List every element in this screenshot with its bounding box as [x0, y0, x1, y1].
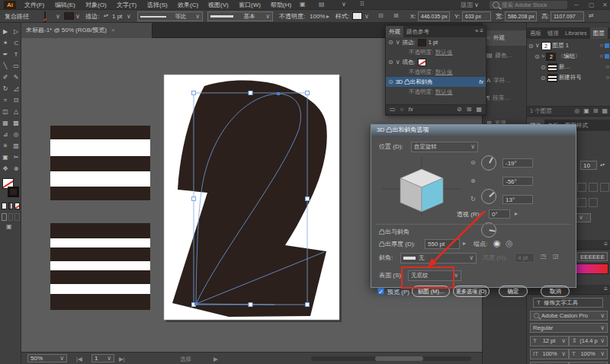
- striped-object-1[interactable]: [50, 126, 150, 200]
- tool-artboard[interactable]: ▣: [0, 152, 11, 163]
- dock-item-color[interactable]: ▤ 颜色…: [483, 48, 527, 63]
- visibility-icon[interactable]: ⊙: [388, 39, 393, 46]
- minimize-button[interactable]: ─: [574, 2, 579, 8]
- position-dropdown[interactable]: 自定旋转 ∨: [411, 142, 478, 152]
- stroke-weight-chevron-icon[interactable]: ∨: [127, 14, 131, 20]
- make-mask-icon[interactable]: ▣: [583, 108, 589, 114]
- arrange-documents-icon[interactable]: ▣: [300, 2, 306, 8]
- tab-artboards[interactable]: 画板: [527, 27, 544, 39]
- align-stroke-buttons[interactable]: [577, 198, 598, 207]
- target-icon[interactable]: ○: [599, 43, 603, 49]
- rotate-y-field[interactable]: -56°: [502, 177, 533, 186]
- tab-color-guide[interactable]: 颜色参考: [403, 26, 432, 37]
- map-art-button[interactable]: 贴图 (M)...: [412, 286, 450, 297]
- tab-links[interactable]: 链接: [544, 27, 562, 39]
- menu-help[interactable]: 帮助(H): [271, 2, 291, 8]
- status-arrow-icon[interactable]: ▶: [214, 356, 218, 362]
- appearance-row-fill[interactable]: ⊙ ∨ 填色:: [386, 57, 486, 67]
- tool-type[interactable]: T: [11, 49, 21, 60]
- delete-layer-icon[interactable]: ▦: [602, 108, 608, 114]
- striped-object-2[interactable]: [50, 223, 150, 310]
- zoom-level-dropdown[interactable]: 50% ∨: [27, 354, 67, 362]
- tool-blend[interactable]: ◎: [11, 129, 21, 140]
- stroke-swatch[interactable]: [64, 12, 74, 20]
- y-field[interactable]: 633 px: [462, 11, 491, 21]
- layer-row[interactable]: ⊙ 新建符号 ○: [527, 72, 610, 83]
- rotate-x-field[interactable]: -19°: [502, 158, 533, 168]
- reference-point-icon[interactable]: ⊞: [393, 13, 399, 19]
- dock-item-character-styles[interactable]: A 字符…: [483, 73, 527, 88]
- document-layout-icon[interactable]: ▤: [319, 2, 325, 8]
- expand-icon[interactable]: ∨: [396, 40, 400, 46]
- dialog-title-bar[interactable]: 3D 凸出和斜角选项: [371, 125, 576, 136]
- rotate-z-field[interactable]: 13°: [502, 195, 533, 204]
- draw-mode-buttons[interactable]: [2, 213, 20, 220]
- tool-direct-selection[interactable]: ▷: [11, 26, 21, 37]
- fill-chevron-icon[interactable]: ∨: [56, 14, 60, 20]
- tool-lasso[interactable]: ⊂: [11, 37, 21, 49]
- document-tab[interactable]: 未标题-1* @ 50% (RGB/预览) ×: [21, 23, 152, 38]
- stroke-swatch[interactable]: [418, 39, 426, 46]
- menu-view[interactable]: 视图(V): [208, 2, 229, 8]
- anchor-point[interactable]: [277, 92, 280, 95]
- font-size-field[interactable]: T 12 pt ∨: [530, 336, 569, 346]
- vertical-scale-field[interactable]: IT 100% ∨: [530, 349, 569, 359]
- dock-item-paragraph-styles[interactable]: ¶ 段落…: [483, 91, 527, 106]
- opacity-value[interactable]: 100%: [310, 14, 325, 20]
- menu-edit[interactable]: 编辑(E): [55, 2, 75, 8]
- miter-stepper-icon[interactable]: ▴▾: [600, 162, 605, 167]
- font-style-dropdown[interactable]: Regular ∨: [530, 323, 608, 333]
- layout-chevron-icon[interactable]: ∨: [342, 2, 346, 8]
- locate-object-icon[interactable]: ◎: [574, 108, 580, 114]
- cancel-button[interactable]: 取消: [541, 286, 570, 297]
- tool-magic-wand[interactable]: ✶: [0, 37, 11, 49]
- tool-shape-builder[interactable]: ◫: [0, 106, 11, 117]
- share-icon[interactable]: ⠿: [360, 2, 364, 8]
- close-button[interactable]: ✕: [602, 2, 608, 8]
- preview-checkbox[interactable]: ✓: [377, 288, 384, 295]
- menu-file[interactable]: 文件(F): [24, 2, 44, 8]
- horizontal-scrollbar[interactable]: [311, 356, 471, 361]
- duplicate-item-icon[interactable]: ⊞: [467, 107, 472, 113]
- corner-buttons[interactable]: [577, 183, 609, 192]
- opacity-arrow-icon[interactable]: ▸: [326, 14, 329, 20]
- cube-preview[interactable]: [379, 155, 464, 218]
- tool-scale[interactable]: ◿: [11, 83, 21, 94]
- leading-field[interactable]: ⇕ (14.4 p ∨: [569, 336, 608, 346]
- clear-appearance-icon[interactable]: ⊘: [457, 107, 462, 113]
- rotate-z-dial[interactable]: [481, 222, 496, 238]
- color-mode-buttons[interactable]: [2, 203, 20, 209]
- artboard-nav-first-icon[interactable]: |◀: [76, 356, 82, 362]
- selection-indicator[interactable]: [605, 54, 609, 59]
- rotate-y-dial[interactable]: [481, 189, 496, 204]
- hex-field[interactable]: EEEEEE: [577, 252, 608, 261]
- handle-top-center[interactable]: [249, 91, 252, 95]
- constrain-icon[interactable]: ⇄: [589, 13, 594, 19]
- handle-mid-left[interactable]: [192, 197, 196, 201]
- menu-type[interactable]: 文字(T): [117, 2, 136, 8]
- layer-row[interactable]: ⊙ ∨ 2 图层 1 ○: [527, 40, 610, 51]
- toolbar-stroke-swatch[interactable]: [8, 187, 19, 197]
- artboard-number-dropdown[interactable]: 1 ∨: [92, 354, 114, 362]
- workspace-switcher[interactable]: 版面: [461, 2, 473, 8]
- handle-top-left[interactable]: [192, 91, 196, 95]
- ok-button[interactable]: 确定: [499, 286, 528, 297]
- menu-object[interactable]: 对象(O): [85, 2, 107, 8]
- style-swatch[interactable]: [352, 12, 362, 20]
- panel-menu-icon[interactable]: ≡: [604, 241, 608, 247]
- tool-gradient[interactable]: ▩: [11, 117, 21, 129]
- bevel-dropdown[interactable]: 无 ∨: [400, 253, 477, 263]
- tool-symbol-sprayer[interactable]: ✳: [0, 140, 11, 152]
- fill-swatch[interactable]: [418, 59, 426, 66]
- handle-mid-right[interactable]: [306, 197, 310, 201]
- tool-width[interactable]: ≈: [0, 94, 11, 106]
- stroke-chevron-icon[interactable]: ∨: [75, 14, 80, 20]
- expand-icon[interactable]: >: [541, 53, 545, 59]
- maximize-button[interactable]: ▢: [589, 2, 595, 8]
- workspace-chevron-icon[interactable]: ∨: [474, 2, 479, 8]
- visibility-icon[interactable]: ⊙: [388, 78, 393, 85]
- tool-line-segment[interactable]: ╲: [0, 60, 11, 72]
- tool-mesh[interactable]: ▦: [0, 117, 11, 129]
- menu-effect[interactable]: 效果(C): [178, 2, 198, 8]
- tool-perspective-grid[interactable]: △: [11, 106, 21, 117]
